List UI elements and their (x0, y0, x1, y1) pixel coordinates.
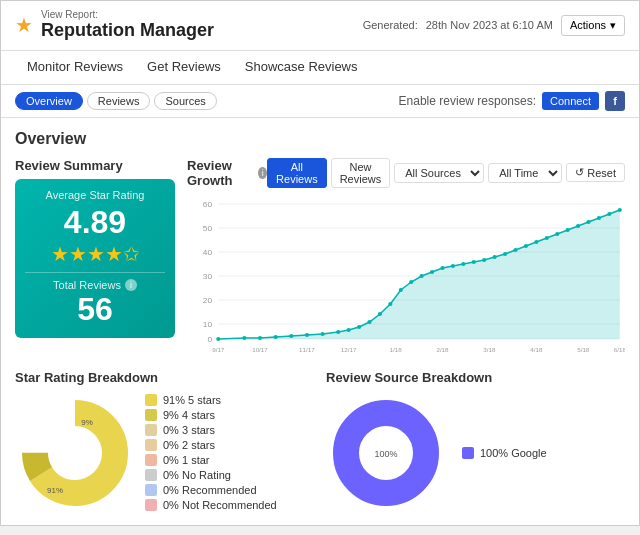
svg-text:50: 50 (203, 224, 213, 233)
svg-text:9%: 9% (81, 418, 93, 427)
legend-dot-3stars (145, 424, 157, 436)
legend-label-not-recommended: 0% Not Recommended (163, 499, 277, 511)
svg-text:60: 60 (203, 200, 213, 209)
source-label-google: 100% Google (480, 447, 547, 459)
legend-label-3stars: 0% 3 stars (163, 424, 215, 436)
legend-dot-not-recommended (145, 499, 157, 511)
main-nav: Monitor Reviews Get Reviews Showcase Rev… (1, 51, 639, 85)
legend-dot-norating (145, 469, 157, 481)
svg-point-35 (482, 258, 486, 262)
svg-point-21 (336, 330, 340, 334)
svg-text:1/18: 1/18 (389, 346, 402, 353)
legend-4stars: 9% 4 stars (145, 409, 277, 421)
svg-point-16 (258, 336, 262, 340)
svg-point-61 (49, 427, 101, 479)
legend-label-recommended: 0% Recommended (163, 484, 257, 496)
chart-svg: 60 50 40 30 20 10 0 (187, 194, 625, 354)
overview-title: Overview (15, 130, 625, 148)
svg-text:91%: 91% (47, 486, 63, 495)
star-breakdown-panel: Star Rating Breakdown 9% (15, 370, 314, 513)
svg-text:5/18: 5/18 (577, 346, 590, 353)
source-breakdown-title: Review Source Breakdown (326, 370, 625, 385)
star-legend: 91% 5 stars 9% 4 stars 0% 3 stars 0 (145, 394, 277, 511)
enable-response-label: Enable review responses: (399, 94, 536, 108)
filter-sources-select[interactable]: All Sources (394, 163, 484, 183)
svg-text:4/18: 4/18 (530, 346, 543, 353)
svg-text:30: 30 (203, 272, 213, 281)
nav-get-reviews[interactable]: Get Reviews (135, 51, 233, 84)
star-icon: ★ (15, 13, 33, 37)
actions-label: Actions (570, 19, 606, 31)
svg-text:2/18: 2/18 (436, 346, 449, 353)
svg-text:6/18: 6/18 (614, 346, 625, 353)
svg-point-24 (367, 320, 371, 324)
reset-icon: ↺ (575, 166, 584, 179)
svg-point-22 (347, 328, 351, 332)
svg-point-25 (378, 312, 382, 316)
svg-text:9/17: 9/17 (212, 346, 225, 353)
review-growth-panel: Review Growth i All Reviews New Reviews … (187, 158, 625, 354)
growth-info-icon[interactable]: i (258, 167, 267, 179)
legend-5stars: 91% 5 stars (145, 394, 277, 406)
svg-point-46 (597, 216, 601, 220)
svg-text:10: 10 (203, 320, 213, 329)
avg-star-label: Average Star Rating (25, 189, 165, 201)
total-reviews-label: Total Reviews (53, 279, 121, 291)
reset-button[interactable]: ↺ Reset (566, 163, 625, 182)
svg-text:12/17: 12/17 (341, 346, 357, 353)
actions-button[interactable]: Actions ▾ (561, 15, 625, 36)
nav-showcase-reviews[interactable]: Showcase Reviews (233, 51, 370, 84)
chevron-down-icon: ▾ (610, 19, 616, 32)
source-legend: 100% Google (462, 447, 547, 459)
growth-header: Review Growth i All Reviews New Reviews … (187, 158, 625, 188)
stars-visual: ★★★★✩ (25, 242, 165, 266)
source-dot-google (462, 447, 474, 459)
star-breakdown-title: Star Rating Breakdown (15, 370, 314, 385)
subnav-sources[interactable]: Sources (154, 92, 216, 110)
view-report-label: View Report: (41, 9, 214, 20)
star-donut-chart: 9% 91% (15, 393, 135, 513)
connect-button[interactable]: Connect (542, 92, 599, 110)
app-header: ★ View Report: Reputation Manager Genera… (1, 1, 639, 51)
header-left: ★ View Report: Reputation Manager (15, 9, 214, 42)
nav-monitor-reviews[interactable]: Monitor Reviews (15, 51, 135, 84)
svg-point-14 (216, 337, 220, 341)
source-legend-google: 100% Google (462, 447, 547, 459)
filter-all-reviews[interactable]: All Reviews (267, 158, 327, 188)
subnav-overview[interactable]: Overview (15, 92, 83, 110)
legend-label-4stars: 9% 4 stars (163, 409, 215, 421)
title-group: View Report: Reputation Manager (41, 9, 214, 42)
filter-new-reviews[interactable]: New Reviews (331, 158, 391, 188)
reset-label: Reset (587, 167, 616, 179)
total-reviews-count: 56 (25, 291, 165, 328)
svg-point-26 (388, 302, 392, 306)
svg-point-41 (545, 236, 549, 240)
svg-point-43 (566, 228, 570, 232)
app-title: Reputation Manager (41, 20, 214, 42)
svg-point-19 (305, 333, 309, 337)
growth-filters: All Reviews New Reviews All Sources All … (267, 158, 625, 188)
growth-title: Review Growth (187, 158, 254, 188)
subnav-reviews[interactable]: Reviews (87, 92, 151, 110)
generated-label: Generated: (363, 19, 418, 31)
svg-text:11/17: 11/17 (299, 346, 315, 353)
filter-time-select[interactable]: All Time (488, 163, 562, 183)
header-right: Generated: 28th Nov 2023 at 6:10 AM Acti… (363, 15, 625, 36)
svg-point-34 (472, 260, 476, 264)
info-icon[interactable]: i (125, 279, 137, 291)
legend-label-1star: 0% 1 star (163, 454, 209, 466)
legend-3stars: 0% 3 stars (145, 424, 277, 436)
generated-date: 28th Nov 2023 at 6:10 AM (426, 19, 553, 31)
legend-not-recommended: 0% Not Recommended (145, 499, 277, 511)
legend-label-norating: 0% No Rating (163, 469, 231, 481)
svg-point-29 (420, 274, 424, 278)
svg-point-17 (274, 335, 278, 339)
svg-point-48 (618, 208, 622, 212)
svg-text:3/18: 3/18 (483, 346, 496, 353)
summary-card: Average Star Rating 4.89 ★★★★☆ ★★★★✩ Tot… (15, 179, 175, 338)
svg-point-20 (320, 332, 324, 336)
legend-dot-1star (145, 454, 157, 466)
svg-point-44 (576, 224, 580, 228)
svg-point-33 (461, 262, 465, 266)
svg-point-45 (586, 220, 590, 224)
